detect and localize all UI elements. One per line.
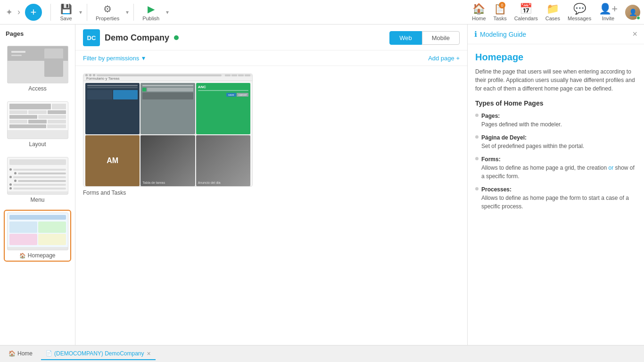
main-layout: Pages Access bbox=[0, 25, 644, 345]
bottom-tab-demo[interactable]: 📄 (DEMOCOMPANY) DemoCompany × bbox=[41, 348, 156, 360]
mosaic-cell-2 bbox=[140, 83, 195, 134]
tasks-icon: 📋 0 bbox=[494, 3, 506, 15]
mosaic-header: Formulario y Tareas bbox=[83, 76, 252, 81]
list-label-deyel: Página de Deyel: bbox=[481, 134, 527, 141]
nav-tasks[interactable]: 📋 0 Tasks bbox=[494, 3, 507, 21]
save-label: Save bbox=[60, 16, 72, 21]
mosaic-cell-4: AM bbox=[85, 135, 140, 187]
company-status-dot bbox=[174, 35, 179, 40]
list-detail-pages: Pages defined with the modeler. bbox=[481, 121, 562, 128]
list-dot-deyel bbox=[475, 135, 479, 139]
filter-label: Filter by permissions bbox=[83, 55, 139, 62]
filter-bar: Filter by permissions ▾ Add page + bbox=[75, 50, 467, 66]
publish-chevron-icon[interactable]: ▾ bbox=[166, 9, 169, 16]
nav-home[interactable]: 🏠 Home bbox=[472, 3, 486, 21]
nav-invite[interactable]: 👤+ Invite bbox=[599, 3, 618, 21]
list-label-forms: Forms: bbox=[481, 156, 501, 163]
messages-nav-label: Messages bbox=[568, 16, 591, 21]
publish-button[interactable]: ▶ Publish bbox=[139, 1, 163, 23]
nav-cases[interactable]: 📁 Cases bbox=[545, 3, 560, 21]
forward-arrow-icon[interactable]: › bbox=[16, 5, 22, 19]
mosaic-grid: ANC save cancel AM bbox=[83, 81, 252, 187]
menu-thumbnail bbox=[7, 157, 68, 195]
toolbar: ✦ › + 💾 Save ▾ ⚙ Properties ▾ ▶ Publish … bbox=[0, 0, 644, 25]
messages-icon: 💬 bbox=[573, 3, 586, 15]
home-icon-small: 🏠 bbox=[19, 253, 26, 258]
layout-label: Layout bbox=[29, 141, 46, 148]
avatar-online-dot bbox=[636, 16, 640, 20]
or-link[interactable]: or bbox=[609, 165, 614, 171]
forms-thumbnail: Formulario y Tareas bbox=[83, 74, 253, 187]
menu-label: Menu bbox=[30, 197, 44, 203]
nav-calendars[interactable]: 📅 Calendars bbox=[514, 3, 538, 21]
save-chevron-icon[interactable]: ▾ bbox=[79, 9, 82, 16]
add-page-button[interactable]: Add page + bbox=[428, 55, 460, 62]
save-icon: 💾 bbox=[60, 3, 72, 15]
forms-and-tasks-card[interactable]: Formulario y Tareas bbox=[83, 74, 253, 196]
list-detail-forms: Allows to define as home page a grid, th… bbox=[481, 165, 635, 180]
cases-nav-label: Cases bbox=[545, 16, 560, 21]
list-content-processes: Processes: Allows to define as home page… bbox=[481, 185, 636, 211]
panel-types-title: Types of Home Pages bbox=[475, 99, 636, 107]
tab-close-icon[interactable]: × bbox=[147, 350, 151, 357]
panel-body: Homepage Define the page that users will… bbox=[468, 44, 644, 223]
invite-icon: 👤+ bbox=[599, 3, 618, 15]
panel-types-list: Pages: Pages defined with the modeler. P… bbox=[475, 112, 636, 211]
mosaic-cell-1 bbox=[85, 83, 140, 134]
forms-page-label: Forms and Tasks bbox=[83, 189, 253, 196]
mosaic-cell-3: ANC save cancel bbox=[196, 83, 250, 134]
web-view-button[interactable]: Web bbox=[389, 31, 422, 45]
tasks-badge: 0 bbox=[499, 2, 505, 8]
home-tab-icon: 🏠 bbox=[8, 350, 16, 357]
panel-header: ℹ Modeling Guide × bbox=[468, 25, 644, 44]
calendars-icon: 📅 bbox=[520, 3, 532, 15]
list-content-forms: Forms: Allows to define as home page a g… bbox=[481, 155, 636, 181]
toolbar-right: 🏠 Home 📋 0 Tasks 📅 Calendars 📁 Cases 💬 M… bbox=[472, 3, 640, 21]
chevron-down-icon: ▾ bbox=[142, 54, 145, 62]
page-grid: Formulario y Tareas bbox=[75, 66, 467, 345]
invite-nav-label: Invite bbox=[602, 16, 614, 21]
panel-list-item-deyel: Página de Deyel: Set of predefined pages… bbox=[475, 133, 636, 150]
list-content-deyel: Página de Deyel: Set of predefined pages… bbox=[481, 133, 584, 150]
panel-title-text: Modeling Guide bbox=[480, 31, 526, 38]
sidebar-item-homepage[interactable]: 🏠 Homepage bbox=[4, 210, 71, 262]
panel-header-title-group: ℹ Modeling Guide bbox=[474, 30, 526, 39]
nav-arrows: ✦ › bbox=[4, 5, 22, 19]
save-button[interactable]: 💾 Save bbox=[56, 1, 76, 23]
sidebar-item-layout[interactable]: Layout bbox=[4, 99, 71, 150]
panel-list-item-processes: Processes: Allows to define as home page… bbox=[475, 185, 636, 211]
home-nav-label: Home bbox=[472, 16, 486, 21]
close-button[interactable]: × bbox=[632, 29, 637, 39]
list-dot-processes bbox=[475, 187, 479, 190]
properties-chevron-icon[interactable]: ▾ bbox=[126, 9, 129, 16]
homepage-thumbnail bbox=[7, 213, 68, 250]
calendars-nav-label: Calendars bbox=[514, 16, 538, 21]
panel-list-item-pages: Pages: Pages defined with the modeler. bbox=[475, 112, 636, 129]
list-dot-forms bbox=[475, 157, 479, 160]
bottom-tab-home[interactable]: 🏠 Home bbox=[4, 348, 37, 360]
list-dot-pages bbox=[475, 114, 479, 117]
access-label: Access bbox=[28, 85, 47, 92]
user-avatar[interactable]: 👤 bbox=[625, 5, 640, 20]
sidebar: Pages Access bbox=[0, 25, 75, 345]
add-button[interactable]: + bbox=[25, 4, 42, 21]
panel-section-title: Homepage bbox=[475, 52, 636, 63]
properties-label: Properties bbox=[96, 16, 119, 21]
properties-button[interactable]: ⚙ Properties bbox=[92, 1, 123, 23]
info-icon: ℹ bbox=[474, 30, 477, 39]
list-label-processes: Processes: bbox=[481, 186, 512, 193]
filter-permissions-button[interactable]: Filter by permissions ▾ bbox=[83, 54, 145, 62]
homepage-label: 🏠 Homepage bbox=[19, 252, 55, 259]
sidebar-item-menu[interactable]: Menu bbox=[4, 154, 71, 206]
layout-thumbnail bbox=[7, 101, 68, 139]
company-name: Demo Company bbox=[105, 33, 169, 43]
sidebar-item-access[interactable]: Access bbox=[4, 43, 71, 95]
bottom-bar: 🏠 Home 📄 (DEMOCOMPANY) DemoCompany × bbox=[0, 345, 644, 362]
mobile-view-button[interactable]: Mobile bbox=[422, 31, 460, 45]
back-arrow-icon[interactable]: ✦ bbox=[4, 5, 15, 19]
list-detail-deyel: Set of predefined pages within the porta… bbox=[481, 143, 584, 149]
publish-icon: ▶ bbox=[148, 3, 155, 15]
sidebar-title: Pages bbox=[4, 30, 71, 37]
nav-messages[interactable]: 💬 Messages bbox=[568, 3, 591, 21]
list-label-pages: Pages: bbox=[481, 113, 500, 119]
